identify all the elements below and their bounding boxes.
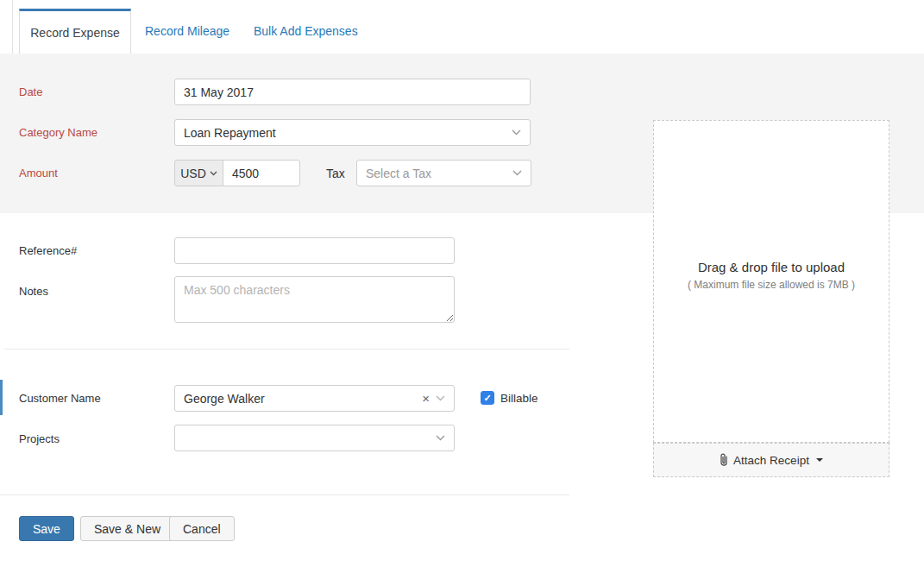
billable-label: Billable [500,392,538,405]
section-divider [4,349,569,350]
paperclip-icon [720,453,728,467]
tab-record-mileage[interactable]: Record Mileage [145,9,229,54]
chevron-down-icon [512,170,522,176]
clear-icon[interactable]: × [422,392,430,405]
chevron-down-icon [436,395,445,401]
date-label: Date [19,85,42,98]
category-name-label: Category Name [19,126,97,139]
record-expense-page: Record Expense Record Mileage Bulk Add E… [0,0,924,567]
category-select-value: Loan Repayment [184,126,512,140]
file-dropzone[interactable]: Drag & drop file to upload ( Maximum fil… [653,120,889,443]
dropzone-subtitle: ( Maximum file size allowed is 7MB ) [688,279,855,291]
chevron-down-icon [512,129,521,135]
tax-label: Tax [326,167,345,180]
tax-select-placeholder: Select a Tax [366,167,512,180]
attach-receipt-label: Attach Receipt [733,454,809,467]
billable-checkbox[interactable]: ✓ [481,391,494,405]
customer-name-label: Customer Name [19,392,101,405]
projects-label: Projects [19,432,60,445]
currency-select-value: USD [180,167,206,180]
reference-label: Reference# [19,244,77,257]
customer-select[interactable]: George Walker × [174,385,455,412]
customer-select-value: George Walker [184,392,422,406]
check-icon: ✓ [483,394,491,403]
category-select[interactable]: Loan Repayment [174,119,531,146]
save-and-new-button[interactable]: Save & New [80,516,174,541]
notes-textarea[interactable] [174,276,455,323]
amount-input[interactable] [223,160,300,186]
notes-label: Notes [19,285,48,298]
reference-input[interactable] [174,237,455,264]
tab-record-expense[interactable]: Record Expense [19,9,131,54]
cancel-button[interactable]: Cancel [169,516,235,541]
caret-down-icon [816,458,823,462]
chevron-down-icon [210,171,217,176]
dropzone-title: Drag & drop file to upload [698,260,845,274]
footer-divider [0,495,569,495]
tab-bulk-add-expenses[interactable]: Bulk Add Expenses [254,9,358,54]
tabbar-left-rule [12,0,13,54]
tax-select[interactable]: Select a Tax [356,160,531,186]
left-accent-bar [0,380,3,415]
save-button[interactable]: Save [19,516,74,541]
date-input[interactable] [174,79,531,105]
projects-select[interactable] [174,425,455,451]
currency-select[interactable]: USD [174,160,223,186]
amount-label: Amount [19,167,58,180]
attach-receipt-button[interactable]: Attach Receipt [653,443,889,477]
chevron-down-icon [436,435,445,441]
